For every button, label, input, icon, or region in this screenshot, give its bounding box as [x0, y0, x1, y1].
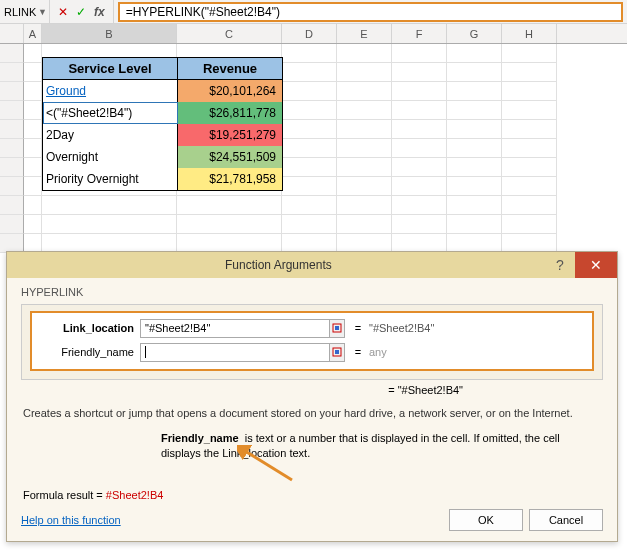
cell-priority-rev[interactable]: $21,781,958 [178, 168, 282, 190]
name-box-text: RLINK [4, 6, 36, 18]
name-box[interactable]: RLINK ▼ [0, 0, 50, 23]
col-header-f[interactable]: F [392, 24, 447, 43]
arg-label-friendly-name: Friendly_name [36, 346, 140, 358]
cell-2day[interactable]: 2Day [43, 124, 178, 146]
col-header-a[interactable]: A [24, 24, 42, 43]
cell-2day-rev[interactable]: $19,251,279 [178, 124, 282, 146]
argument-description: Friendly_name is text or a number that i… [161, 431, 601, 461]
cell-ground-rev[interactable]: $20,101,264 [178, 80, 282, 102]
arg-result-friendly-name: any [369, 346, 387, 358]
dropdown-icon[interactable]: ▼ [38, 7, 47, 17]
col-header-b[interactable]: B [42, 24, 177, 43]
column-headers: A B C D E F G H [0, 24, 627, 44]
table-header-revenue[interactable]: Revenue [178, 58, 282, 79]
function-name: HYPERLINK [21, 286, 603, 298]
cancel-button[interactable]: Cancel [529, 509, 603, 531]
range-picker-icon[interactable] [329, 343, 345, 362]
function-description: Creates a shortcut or jump that opens a … [23, 406, 601, 421]
svg-line-4 [245, 451, 292, 480]
col-header-e[interactable]: E [337, 24, 392, 43]
cancel-formula-icon[interactable]: ✕ [58, 5, 68, 19]
cell-editing[interactable]: <("#Sheet2!B4") [43, 102, 178, 124]
cell-overnight[interactable]: Overnight [43, 146, 178, 168]
fx-icon[interactable]: fx [94, 5, 105, 19]
cell-ground[interactable]: Ground [43, 80, 178, 102]
col-header-d[interactable]: D [282, 24, 337, 43]
accept-formula-icon[interactable]: ✓ [76, 5, 86, 19]
arg-result-link-location: "#Sheet2!B4" [369, 322, 434, 334]
close-icon[interactable]: ✕ [575, 252, 617, 278]
svg-rect-1 [335, 326, 339, 330]
help-link[interactable]: Help on this function [21, 514, 121, 526]
range-picker-icon[interactable] [329, 319, 345, 338]
ok-button[interactable]: OK [449, 509, 523, 531]
dialog-title: Function Arguments [225, 258, 332, 272]
cell-overnight-rev[interactable]: $24,551,509 [178, 146, 282, 168]
table-header-service[interactable]: Service Level [43, 58, 178, 79]
formula-result-value: #Sheet2!B4 [106, 489, 164, 501]
cell-editing-rev[interactable]: $26,811,778 [178, 102, 282, 124]
cell-priority[interactable]: Priority Overnight [43, 168, 178, 190]
formula-bar[interactable]: =HYPERLINK("#Sheet2!B4") [118, 2, 623, 22]
arg-label-link-location: Link_location [36, 322, 140, 334]
formula-result: Formula result = #Sheet2!B4 [23, 489, 601, 501]
arg-input-friendly-name[interactable] [140, 343, 330, 362]
result-line: = "#Sheet2!B4" [21, 384, 603, 396]
svg-rect-3 [335, 350, 339, 354]
col-header-g[interactable]: G [447, 24, 502, 43]
help-icon[interactable]: ? [545, 257, 575, 273]
arg-input-link-location[interactable]: "#Sheet2!B4" [140, 319, 330, 338]
formula-text: =HYPERLINK("#Sheet2!B4") [126, 5, 280, 19]
col-header-c[interactable]: C [177, 24, 282, 43]
col-header-h[interactable]: H [502, 24, 557, 43]
dialog-titlebar[interactable]: Function Arguments ? ✕ [7, 252, 617, 278]
data-table: Service Level Revenue Ground $20,101,264… [42, 57, 283, 191]
annotation-arrow-icon [237, 445, 297, 487]
function-arguments-dialog: Function Arguments ? ✕ HYPERLINK Link_lo… [6, 251, 618, 542]
